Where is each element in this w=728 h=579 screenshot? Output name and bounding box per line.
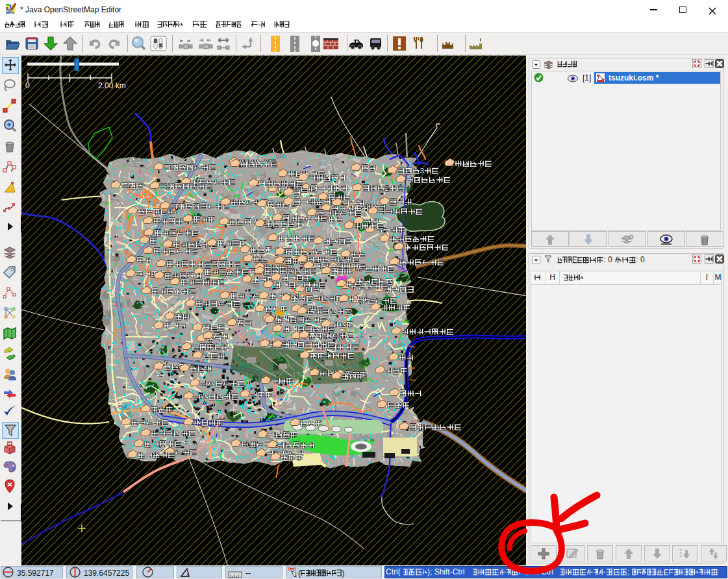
svg-text:: 0: : 0 [636, 255, 645, 264]
svg-text:0: 0 [25, 81, 30, 90]
svg-text:); Shift-Ctrl: ); Shift-Ctrl [427, 567, 464, 576]
svg-text:;: ; [627, 567, 629, 576]
svg-text:; Alt-Ctrl: ; Alt-Ctrl [525, 567, 553, 576]
svg-text:): ) [342, 569, 345, 578]
svg-text:2.00 km: 2.00 km [98, 81, 126, 90]
svg-text:3: 3 [420, 167, 424, 175]
svg-text:Ctrl(: Ctrl( [386, 567, 401, 576]
svg-text:(: ( [298, 569, 301, 578]
svg-text:2: 2 [385, 184, 389, 192]
svg-text:: 0: : 0 [604, 255, 613, 264]
